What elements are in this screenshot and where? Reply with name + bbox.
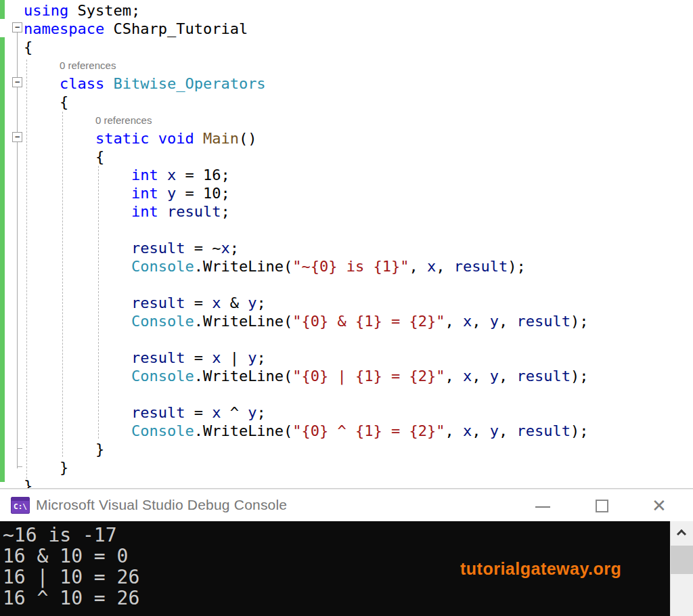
code-line[interactable]: { [24, 38, 693, 56]
code-line[interactable]: result = ~x; [24, 239, 693, 257]
code-token-var: result [167, 203, 221, 220]
code-token-var: y [490, 368, 499, 384]
code-token-kw: class [60, 75, 104, 92]
console-output-line: 16 ^ 10 = 26 [3, 588, 139, 609]
code-token-str: "{0} & {1} = {2}" [292, 313, 445, 330]
code-token-var: result [454, 258, 508, 275]
scrollbar-up-button[interactable] [671, 521, 693, 544]
code-token-var: x [167, 167, 176, 183]
code-line[interactable]: Console.WriteLine("{0} | {1} = {2}", x, … [24, 367, 693, 385]
console-app-icon: C:\ [11, 497, 30, 514]
code-token-pl: } [60, 459, 68, 476]
code-token-pl: ; [221, 203, 229, 220]
collapse-class-icon[interactable]: − [12, 77, 22, 87]
code-token-type: Console [131, 422, 194, 439]
code-token-pl: ; [256, 294, 265, 311]
code-token-var: x [427, 258, 436, 275]
code-line-blank[interactable] [24, 276, 693, 294]
code-line[interactable]: namespace CSharp_Tutorial [24, 20, 693, 38]
code-line[interactable]: Console.WriteLine("{0} & {1} = {2}", x, … [24, 312, 693, 330]
code-line[interactable]: class Bitwise_Operators [24, 74, 693, 93]
code-token-pl: & [221, 294, 248, 311]
code-token-var: x [463, 313, 472, 330]
code-token-str: "~{0} is {1}" [292, 258, 409, 275]
code-line[interactable]: } [24, 440, 693, 458]
code-line[interactable]: } [24, 458, 693, 477]
code-line[interactable]: Console.WriteLine("~{0} is {1}", x, resu… [24, 257, 693, 276]
console-title-bar[interactable]: C:\ Microsoft Visual Studio Debug Consol… [0, 489, 693, 521]
codelens-references[interactable]: 0 references [24, 56, 693, 74]
code-token-method: Main [203, 130, 239, 147]
maximize-icon [596, 500, 608, 512]
code-line[interactable]: { [24, 93, 693, 111]
console-output-area[interactable]: ~16 is -1716 & 10 = 016 | 10 = 2616 ^ 10… [0, 521, 693, 616]
code-text[interactable]: using System;namespace CSharp_Tutorial{0… [24, 1, 693, 489]
code-token-pl: .WriteLine( [194, 422, 293, 439]
code-token-pl: = 16; [176, 167, 229, 183]
code-line[interactable]: int y = 10; [24, 184, 693, 202]
code-token-pl: , [445, 422, 464, 439]
minimize-icon [535, 506, 550, 508]
code-token-pl: { [95, 148, 104, 165]
code-token-pl: } [95, 441, 104, 458]
code-editor[interactable]: − − − using System;namespace CSharp_Tuto… [0, 0, 693, 489]
codelens-references[interactable]: 0 references [24, 111, 693, 129]
code-token-var: x [212, 404, 221, 421]
code-token-var: x [463, 368, 472, 384]
console-output-line: ~16 is -17 [3, 525, 139, 546]
code-token-type: Bitwise_Operators [104, 75, 265, 92]
console-output-line: 16 & 10 = 0 [3, 546, 139, 567]
code-token-pl: ; [256, 404, 265, 421]
code-token-pl: () [239, 130, 257, 147]
fold-structure-line [17, 30, 18, 468]
code-token-kw: using [24, 2, 68, 19]
code-token-pl: .WriteLine( [194, 258, 293, 275]
console-icon-label: C:\ [12, 502, 29, 512]
code-token-pl: , [436, 258, 454, 275]
code-token-type: Console [131, 313, 194, 330]
code-token-pl: , [445, 368, 464, 384]
code-token-pl: ; [256, 349, 265, 366]
code-line[interactable]: result = x & y; [24, 294, 693, 312]
code-line[interactable]: using System; [24, 1, 693, 20]
code-line[interactable]: Console.WriteLine("{0} ^ {1} = {2}", x, … [24, 422, 693, 440]
code-line-blank[interactable] [24, 221, 693, 239]
code-line-blank[interactable] [24, 385, 693, 403]
code-token-pl: = [185, 404, 212, 421]
code-token-var: result [131, 294, 185, 311]
code-token-pl: , [499, 313, 517, 330]
collapse-main-icon[interactable]: − [12, 132, 22, 142]
maximize-button[interactable] [586, 489, 619, 522]
code-token-pl: ); [571, 422, 589, 439]
code-token-var: y [248, 404, 256, 421]
code-token-var: result [517, 422, 571, 439]
code-token-var: result [131, 240, 185, 257]
change-bar-top [0, 0, 5, 19]
code-line[interactable]: result = x | y; [24, 349, 693, 367]
code-token-var: x [212, 294, 221, 311]
code-line[interactable]: result = x ^ y; [24, 403, 693, 422]
code-line[interactable]: int x = 16; [24, 166, 693, 184]
code-token-pl: , [499, 422, 517, 439]
console-output-line: 16 | 10 = 26 [3, 567, 139, 588]
code-line-blank[interactable] [24, 330, 693, 349]
code-token-type: Console [131, 258, 194, 275]
change-bar-main [0, 37, 5, 482]
code-token-var: y [490, 313, 499, 330]
console-scrollbar[interactable] [670, 521, 693, 616]
collapse-namespace-icon[interactable]: − [12, 22, 22, 32]
console-output-text: ~16 is -1716 & 10 = 016 | 10 = 2616 ^ 10… [3, 525, 139, 609]
close-button[interactable]: ✕ [643, 489, 675, 522]
code-line[interactable]: { [24, 148, 693, 166]
scrollbar-thumb[interactable] [671, 546, 693, 574]
code-line[interactable]: } [24, 477, 693, 489]
code-token-kw: int [131, 167, 167, 183]
code-line[interactable]: static void Main() [24, 129, 693, 148]
close-icon: ✕ [643, 496, 675, 516]
minimize-button[interactable] [527, 489, 559, 522]
code-token-pl: , [472, 422, 490, 439]
code-token-pl: , [445, 313, 464, 330]
code-token-kw: int [131, 185, 167, 202]
code-line[interactable]: int result; [24, 202, 693, 221]
code-token-pl: = ~ [185, 240, 221, 257]
